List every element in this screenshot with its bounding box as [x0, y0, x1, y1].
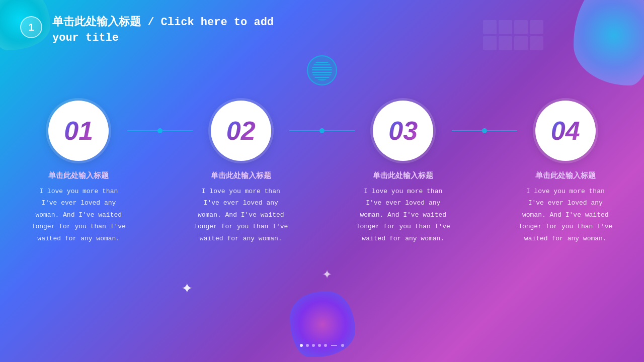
num-circle-2: 02 — [211, 101, 271, 161]
deco-grid — [483, 20, 543, 50]
nav-dot-6[interactable] — [341, 344, 344, 347]
sparkle-icon-2: ✦ — [322, 267, 332, 282]
connector-3-4 — [452, 128, 517, 133]
nav-dot-3[interactable] — [312, 344, 315, 347]
header-title-line1: 单击此处输入标题 / Click here to add — [52, 15, 274, 31]
col-body-1[interactable]: I love you more than I've ever loved any… — [31, 186, 126, 244]
column-1[interactable]: 01 单击此处输入标题 I love you more than I've ev… — [30, 101, 127, 244]
connector-dot — [157, 128, 163, 133]
col-subtitle-3[interactable]: 单击此处输入标题 — [373, 171, 433, 180]
connector-line — [325, 130, 355, 131]
connector-line — [487, 130, 517, 131]
num-circle-4: 04 — [535, 101, 596, 161]
blob-top-right — [574, 0, 644, 85]
main-content: 01 单击此处输入标题 I love you more than I've ev… — [0, 101, 644, 244]
number-badge: 1 — [20, 16, 42, 38]
connector-line — [289, 130, 319, 131]
col-body-3[interactable]: I love you more than I've ever loved any… — [355, 186, 451, 244]
num-text-1: 01 — [64, 116, 93, 146]
connector-1-2 — [127, 128, 193, 133]
nav-dot-1[interactable] — [300, 344, 303, 347]
sparkle-icon-1: ✦ — [181, 280, 193, 297]
connector-line — [127, 130, 157, 131]
col-subtitle-1[interactable]: 单击此处输入标题 — [48, 171, 109, 180]
nav-dot-5[interactable] — [324, 344, 327, 347]
bottom-dots — [300, 344, 344, 347]
num-circle-3: 03 — [373, 101, 433, 161]
column-3[interactable]: 03 单击此处输入标题 I love you more than I've ev… — [355, 101, 452, 244]
nav-dot-4[interactable] — [318, 344, 321, 347]
connector-line — [452, 130, 482, 131]
column-4[interactable]: 04 单击此处输入标题 I love you more than I've ev… — [517, 101, 614, 244]
deco-circle-top — [307, 55, 337, 85]
nav-dot-2[interactable] — [306, 344, 309, 347]
num-text-2: 02 — [226, 116, 256, 146]
col-body-4[interactable]: I love you more than I've ever loved any… — [518, 186, 613, 244]
header-number: 1 — [28, 22, 34, 33]
connector-line — [163, 130, 193, 131]
header-title[interactable]: 单击此处输入标题 / Click here to add your title — [52, 15, 274, 46]
nav-separator — [331, 345, 337, 346]
num-text-4: 04 — [551, 116, 580, 146]
header-title-line2: your title — [52, 31, 274, 46]
col-body-2[interactable]: I love you more than I've ever loved any… — [193, 186, 289, 244]
header: 1 单击此处输入标题 / Click here to add your titl… — [20, 15, 274, 46]
num-circle-1: 01 — [48, 101, 109, 161]
connector-dot — [482, 128, 487, 133]
num-text-3: 03 — [388, 116, 418, 146]
column-2[interactable]: 02 单击此处输入标题 I love you more than I've ev… — [193, 101, 290, 244]
connector-dot — [319, 128, 325, 133]
col-subtitle-4[interactable]: 单击此处输入标题 — [535, 171, 596, 180]
blob-bottom-center — [290, 292, 355, 357]
col-subtitle-2[interactable]: 单击此处输入标题 — [211, 171, 271, 180]
slide: 1 单击此处输入标题 / Click here to add your titl… — [0, 0, 644, 362]
connector-2-3 — [289, 128, 355, 133]
